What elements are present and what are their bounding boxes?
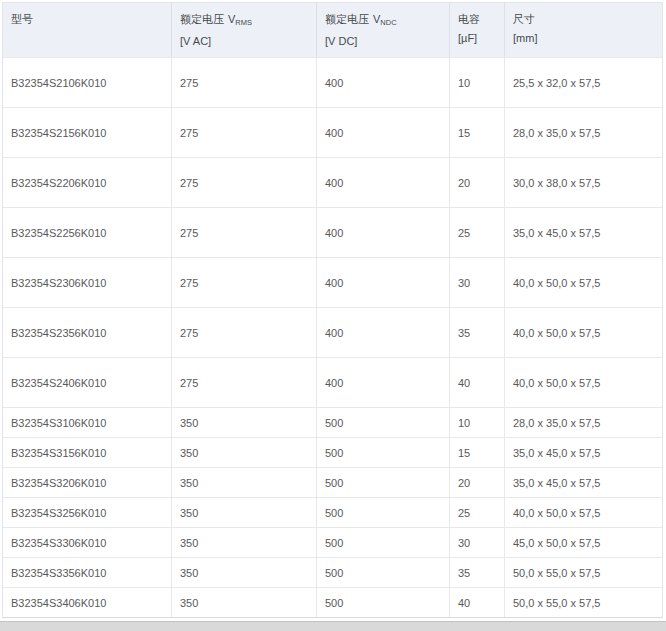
col-header-rated-voltage-ac: 额定电压VRMS [V AC] bbox=[171, 3, 316, 57]
dimensions-cell: 35,0 x 45,0 x 57,5 bbox=[504, 468, 662, 497]
part-number-cell: B32354S2156K010 bbox=[3, 108, 171, 157]
capacitance-cell: 30 bbox=[449, 528, 504, 557]
voltage-subscript: NDC bbox=[380, 18, 396, 27]
vdc-cell: 400 bbox=[316, 358, 449, 407]
col-title: 额定电压 bbox=[325, 13, 369, 25]
vdc-cell: 400 bbox=[316, 58, 449, 107]
table-row: B32354S2306K010 275 400 30 40,0 x 50,0 x… bbox=[3, 257, 662, 307]
vrms-cell: 275 bbox=[171, 358, 316, 407]
table-row: B32354S2106K010 275 400 10 25,5 x 32,0 x… bbox=[3, 57, 662, 107]
col-title: 尺寸 bbox=[513, 13, 535, 25]
vdc-cell: 500 bbox=[316, 468, 449, 497]
capacitance-cell: 25 bbox=[449, 208, 504, 257]
capacitance-cell: 20 bbox=[449, 158, 504, 207]
vrms-cell: 350 bbox=[171, 558, 316, 587]
vrms-cell: 275 bbox=[171, 108, 316, 157]
col-unit: [V DC] bbox=[325, 32, 443, 51]
part-number-cell: B32354S3206K010 bbox=[3, 468, 171, 497]
capacitance-cell: 10 bbox=[449, 58, 504, 107]
part-number-cell: B32354S3156K010 bbox=[3, 438, 171, 467]
part-number-cell: B32354S3306K010 bbox=[3, 528, 171, 557]
part-number-cell: B32354S2206K010 bbox=[3, 158, 171, 207]
vdc-cell: 400 bbox=[316, 308, 449, 357]
vrms-cell: 275 bbox=[171, 58, 316, 107]
vdc-cell: 400 bbox=[316, 108, 449, 157]
horizontal-scrollbar[interactable] bbox=[0, 621, 666, 631]
table-row: B32354S2256K010 275 400 25 35,0 x 45,0 x… bbox=[3, 207, 662, 257]
vdc-cell: 500 bbox=[316, 558, 449, 587]
vdc-cell: 400 bbox=[316, 208, 449, 257]
part-number-cell: B32354S3256K010 bbox=[3, 498, 171, 527]
capacitor-spec-table: 型号 额定电压VRMS [V AC] 额定电压VNDC [V DC] 电容 [µ… bbox=[2, 2, 663, 618]
col-header-capacitance: 电容 [µF] bbox=[449, 3, 504, 57]
col-header-rated-voltage-dc: 额定电压VNDC [V DC] bbox=[316, 3, 449, 57]
table-row: B32354S3306K010 350 500 30 45,0 x 50,0 x… bbox=[3, 527, 662, 557]
col-header-dimensions: 尺寸 [mm] bbox=[504, 3, 662, 57]
vdc-cell: 500 bbox=[316, 438, 449, 467]
dimensions-cell: 40,0 x 50,0 x 57,5 bbox=[504, 258, 662, 307]
vrms-cell: 350 bbox=[171, 588, 316, 617]
table-row: B32354S3206K010 350 500 20 35,0 x 45,0 x… bbox=[3, 467, 662, 497]
table-row: B32354S2156K010 275 400 15 28,0 x 35,0 x… bbox=[3, 107, 662, 157]
vdc-cell: 500 bbox=[316, 498, 449, 527]
part-number-cell: B32354S3406K010 bbox=[3, 588, 171, 617]
vrms-cell: 275 bbox=[171, 158, 316, 207]
table-row: B32354S3406K010 350 500 40 50,0 x 55,0 x… bbox=[3, 587, 662, 617]
capacitance-cell: 15 bbox=[449, 108, 504, 157]
table-row: B32354S3356K010 350 500 35 50,0 x 55,0 x… bbox=[3, 557, 662, 587]
dimensions-cell: 25,5 x 32,0 x 57,5 bbox=[504, 58, 662, 107]
part-number-cell: B32354S2256K010 bbox=[3, 208, 171, 257]
part-number-cell: B32354S2306K010 bbox=[3, 258, 171, 307]
capacitance-cell: 40 bbox=[449, 588, 504, 617]
dimensions-cell: 40,0 x 50,0 x 57,5 bbox=[504, 358, 662, 407]
dimensions-cell: 28,0 x 35,0 x 57,5 bbox=[504, 108, 662, 157]
vrms-cell: 350 bbox=[171, 438, 316, 467]
capacitance-cell: 35 bbox=[449, 558, 504, 587]
vrms-cell: 275 bbox=[171, 258, 316, 307]
part-number-cell: B32354S2406K010 bbox=[3, 358, 171, 407]
col-unit: [V AC] bbox=[180, 32, 310, 51]
table-row: B32354S2206K010 275 400 20 30,0 x 38,0 x… bbox=[3, 157, 662, 207]
capacitance-cell: 30 bbox=[449, 258, 504, 307]
vdc-cell: 500 bbox=[316, 588, 449, 617]
table-row: B32354S3106K010 350 500 10 28,0 x 35,0 x… bbox=[3, 407, 662, 437]
table-header-row: 型号 额定电压VRMS [V AC] 额定电压VNDC [V DC] 电容 [µ… bbox=[3, 3, 662, 57]
vrms-cell: 350 bbox=[171, 528, 316, 557]
vdc-cell: 500 bbox=[316, 408, 449, 437]
dimensions-cell: 40,0 x 50,0 x 57,5 bbox=[504, 308, 662, 357]
col-unit: [mm] bbox=[513, 29, 656, 48]
dimensions-cell: 30,0 x 38,0 x 57,5 bbox=[504, 158, 662, 207]
col-title: 型号 bbox=[11, 13, 33, 25]
part-number-cell: B32354S3106K010 bbox=[3, 408, 171, 437]
capacitance-cell: 15 bbox=[449, 438, 504, 467]
vrms-cell: 350 bbox=[171, 498, 316, 527]
dimensions-cell: 45,0 x 50,0 x 57,5 bbox=[504, 528, 662, 557]
col-header-part-number: 型号 bbox=[3, 3, 171, 57]
capacitance-cell: 25 bbox=[449, 498, 504, 527]
table-row: B32354S2406K010 275 400 40 40,0 x 50,0 x… bbox=[3, 357, 662, 407]
vrms-cell: 275 bbox=[171, 308, 316, 357]
part-number-cell: B32354S2106K010 bbox=[3, 58, 171, 107]
dimensions-cell: 28,0 x 35,0 x 57,5 bbox=[504, 408, 662, 437]
dimensions-cell: 40,0 x 50,0 x 57,5 bbox=[504, 498, 662, 527]
capacitance-cell: 10 bbox=[449, 408, 504, 437]
vrms-cell: 275 bbox=[171, 208, 316, 257]
capacitor-spec-page: 型号 额定电压VRMS [V AC] 额定电压VNDC [V DC] 电容 [µ… bbox=[0, 0, 666, 631]
dimensions-cell: 35,0 x 45,0 x 57,5 bbox=[504, 438, 662, 467]
col-unit: [µF] bbox=[458, 29, 498, 48]
vrms-cell: 350 bbox=[171, 408, 316, 437]
col-title: 电容 bbox=[458, 13, 480, 25]
col-title: 额定电压 bbox=[180, 13, 224, 25]
capacitance-cell: 20 bbox=[449, 468, 504, 497]
dimensions-cell: 50,0 x 55,0 x 57,5 bbox=[504, 558, 662, 587]
capacitance-cell: 35 bbox=[449, 308, 504, 357]
part-number-cell: B32354S3356K010 bbox=[3, 558, 171, 587]
vdc-cell: 400 bbox=[316, 258, 449, 307]
table-row: B32354S3156K010 350 500 15 35,0 x 45,0 x… bbox=[3, 437, 662, 467]
vrms-cell: 350 bbox=[171, 468, 316, 497]
voltage-subscript: RMS bbox=[235, 18, 252, 27]
table-row: B32354S2356K010 275 400 35 40,0 x 50,0 x… bbox=[3, 307, 662, 357]
vdc-cell: 500 bbox=[316, 528, 449, 557]
dimensions-cell: 50,0 x 55,0 x 57,5 bbox=[504, 588, 662, 617]
table-row: B32354S3256K010 350 500 25 40,0 x 50,0 x… bbox=[3, 497, 662, 527]
